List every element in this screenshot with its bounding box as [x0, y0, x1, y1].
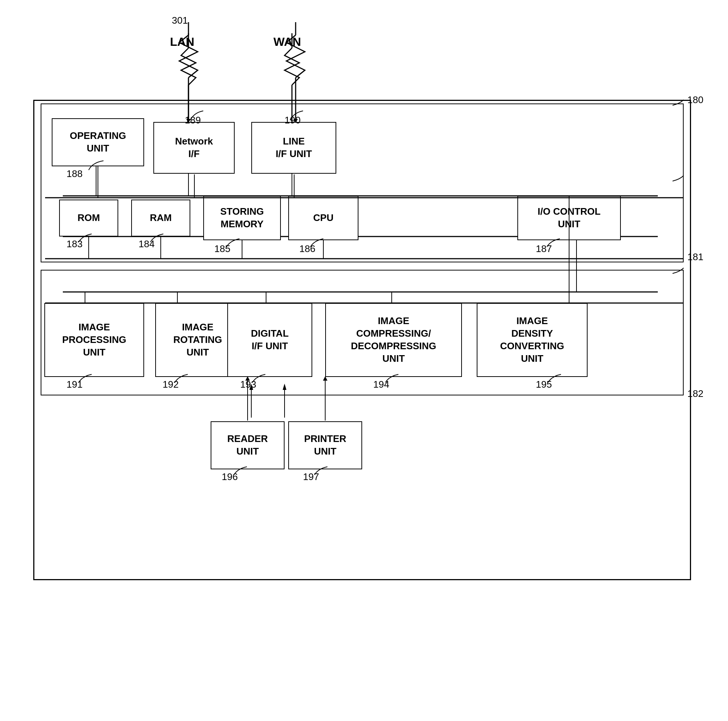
ram-block: RAM — [131, 199, 190, 237]
ref-183-curve — [77, 233, 95, 246]
ref-186-curve — [309, 237, 327, 251]
lan-label: LAN — [170, 35, 194, 49]
ref-191-curve — [77, 373, 95, 386]
ref-180: 180 — [687, 94, 703, 106]
ref-185-curve — [225, 237, 243, 251]
image-compressing-unit-block: IMAGE COMPRESSING/ DECOMPRESSING UNIT — [325, 303, 462, 377]
cpu-block: CPU — [288, 196, 358, 240]
network-if-block: Network I/F — [153, 122, 235, 174]
ref-184-curve — [148, 233, 167, 246]
ref-301: 301 — [172, 15, 188, 26]
printer-unit-block: PRINTER UNIT — [288, 421, 362, 469]
ref-193-curve — [251, 373, 269, 386]
ref-189-curve — [188, 109, 207, 124]
ref-187-curve — [545, 237, 564, 251]
image-density-unit-block: IMAGE DENSITY CONVERTING UNIT — [477, 303, 587, 377]
image-processing-unit-block: IMAGE PROCESSING UNIT — [44, 303, 144, 377]
reader-unit-block: READER UNIT — [211, 421, 284, 469]
ref-195-curve — [546, 373, 565, 386]
ref-197-curve — [313, 465, 331, 479]
ref-194-curve — [384, 373, 402, 386]
ref-188: 188 — [67, 168, 83, 180]
ref-196-curve — [232, 465, 251, 479]
line-if-unit-block: LINE I/F UNIT — [251, 122, 336, 174]
ref-190-curve — [288, 109, 307, 124]
io-control-unit-block: I/O CONTROL UNIT — [517, 196, 621, 240]
rom-block: ROM — [59, 199, 118, 237]
wan-label: WAN — [274, 35, 301, 49]
ref-188-curve — [85, 159, 107, 174]
digital-if-unit-block: DIGITAL I/F UNIT — [227, 303, 312, 377]
ref-181: 181 — [687, 251, 703, 263]
storing-memory-block: STORING MEMORY — [203, 196, 281, 240]
diagram: 301 LAN WAN 180 181 182 OPERATING UNIT 1… — [22, 15, 706, 706]
ref-182: 182 — [687, 388, 703, 400]
ref-192-curve — [173, 373, 191, 386]
